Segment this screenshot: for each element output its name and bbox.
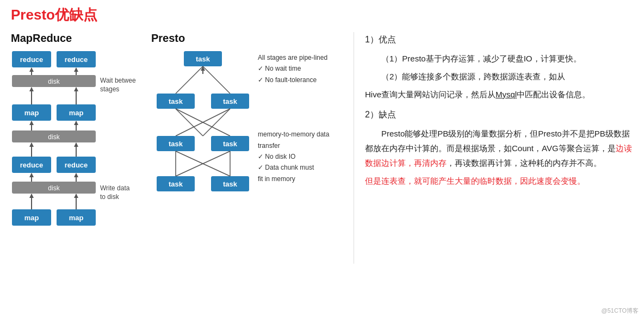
svg-text:Write data: Write data: [100, 184, 130, 192]
advantages-label: 1）优点: [365, 32, 633, 48]
disadvantage-para1-post: ，再读数据再计算，这种耗的内存并不高。: [447, 158, 602, 167]
svg-text:task: task: [223, 140, 238, 148]
svg-text:disk: disk: [48, 184, 60, 192]
presto-note1: All stages are pipe-lined: [258, 52, 336, 63]
svg-text:task: task: [169, 180, 183, 188]
svg-text:task: task: [196, 55, 210, 63]
watermark: @51CTO博客: [602, 307, 639, 315]
svg-text:map: map: [24, 214, 39, 222]
presto-diagram: task task: [151, 50, 255, 224]
svg-text:task: task: [169, 97, 183, 105]
presto-heading: Presto: [151, 32, 185, 45]
svg-marker-11: [29, 87, 34, 91]
advantages-section: 1）优点 （1）Presto基于内存运算，减少了硬盘IO，计算更快。 （2）能够…: [365, 32, 633, 102]
advantage-item1: （1）Presto基于内存运算，减少了硬盘IO，计算更快。: [365, 51, 633, 66]
advantage-item2-mysql: Mysql: [496, 90, 517, 99]
svg-text:task: task: [169, 140, 183, 148]
svg-line-61: [176, 109, 203, 136]
svg-text:Wait between: Wait between: [100, 77, 136, 84]
svg-line-62: [203, 109, 230, 136]
mapreduce-section: MapReduce reduce reduce disk: [11, 32, 141, 264]
svg-text:disk: disk: [48, 78, 60, 85]
svg-marker-29: [74, 142, 78, 147]
disadvantage-para1-pre: Presto能够处理PB级别的海量数据分析，但Presto并不是把PB级数据都放…: [365, 129, 630, 153]
svg-marker-25: [74, 121, 78, 125]
disadvantages-section: 2）缺点 Presto能够处理PB级别的海量数据分析，但Presto并不是把PB…: [365, 107, 633, 188]
disadvantage-para1: Presto能够处理PB级别的海量数据分析，但Presto并不是把PB级数据都放…: [365, 126, 633, 170]
advantage-item2-post: 中匹配出设备信息。: [517, 90, 590, 99]
svg-marker-39: [74, 173, 78, 177]
svg-text:to disk: to disk: [100, 193, 120, 201]
svg-line-60: [203, 66, 230, 94]
svg-text:task: task: [223, 97, 238, 105]
svg-text:disk: disk: [48, 133, 60, 141]
svg-marker-27: [29, 142, 34, 147]
svg-text:task: task: [223, 180, 238, 188]
advantage-item2-pre: （2）能够连接多个数据源，跨数据源连表查，如从: [381, 72, 565, 81]
mapreduce-diagram: reduce reduce disk: [11, 50, 136, 262]
svg-text:reduce: reduce: [65, 161, 88, 169]
svg-marker-9: [74, 67, 78, 72]
svg-marker-41: [29, 194, 34, 198]
svg-text:reduce: reduce: [65, 55, 88, 64]
svg-text:map: map: [69, 109, 84, 117]
svg-marker-7: [29, 67, 34, 72]
presto-check2: ✓ No fault-tolerance: [258, 74, 336, 85]
svg-text:map: map: [69, 214, 84, 222]
advantage-item2: （2）能够连接多个数据源，跨数据源连表查，如从: [365, 69, 633, 84]
disadvantage-para2: 但是连表查，就可能产生大量的临时数据，因此速度会变慢。: [365, 173, 633, 188]
presto-check4: ✓ Data chunk must fit in memory: [258, 162, 336, 184]
svg-text:reduce: reduce: [20, 55, 44, 64]
presto-check3: ✓ No disk IO: [258, 151, 336, 162]
presto-note2: memory-to-memory data transfer: [258, 129, 336, 151]
presto-section: Presto task: [151, 32, 336, 226]
advantage-item2-mid: Hive查询大量网站访问记录，然后从: [365, 90, 496, 99]
svg-line-59: [176, 66, 203, 94]
svg-text:map: map: [24, 109, 39, 117]
page-title: Presto优缺点: [11, 5, 633, 24]
advantage-item2-cont: Hive查询大量网站访问记录，然后从Mysql中匹配出设备信息。: [365, 87, 633, 102]
svg-text:stages: stages: [100, 85, 119, 93]
text-area: 1）优点 （1）Presto基于内存运算，减少了硬盘IO，计算更快。 （2）能够…: [354, 32, 633, 264]
svg-marker-37: [29, 173, 34, 177]
svg-marker-23: [29, 121, 34, 125]
svg-text:reduce: reduce: [20, 161, 44, 169]
mapreduce-heading: MapReduce: [11, 32, 72, 45]
presto-check1: ✓ No wait time: [258, 63, 336, 74]
diagram-area: MapReduce reduce reduce disk: [11, 32, 348, 264]
svg-marker-13: [74, 87, 78, 91]
disadvantages-label: 2）缺点: [365, 107, 633, 123]
disadvantage-para2-red: 但是连表查，就可能产生大量的临时数据，因此速度会变慢。: [365, 176, 585, 185]
svg-marker-43: [74, 194, 78, 198]
